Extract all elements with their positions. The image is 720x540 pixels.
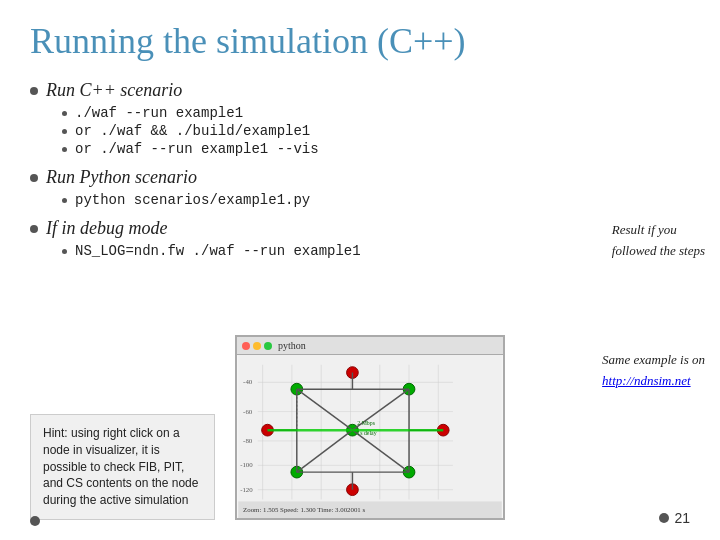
code-item: python scenarios/example1.py — [75, 192, 310, 208]
page-number-area: 21 — [659, 510, 690, 526]
sim-content: 20 40 60 80 100 120 140 -40 -60 -80 -100… — [237, 355, 503, 518]
svg-text:-40: -40 — [243, 378, 253, 385]
sub-items-python: python scenarios/example1.py — [62, 192, 690, 208]
list-item: or ./waf && ./build/example1 — [62, 123, 690, 139]
code-item: NS_LOG=ndn.fw ./waf --run example1 — [75, 243, 361, 259]
bullet-debug — [30, 225, 38, 233]
sub-bullet — [62, 249, 67, 254]
code-item: or ./waf && ./build/example1 — [75, 123, 310, 139]
code-item: ./waf --run example1 — [75, 105, 243, 121]
svg-rect-0 — [238, 355, 502, 518]
sim-window: python 20 40 60 80 100 120 140 — [235, 335, 505, 520]
svg-text:2 Mbps: 2 Mbps — [357, 420, 375, 426]
simulation-screenshot: python 20 40 60 80 100 120 140 — [235, 335, 505, 520]
section-cpp-label: Run C++ scenario — [46, 80, 182, 101]
bottom-left-dot — [30, 516, 40, 526]
bullet-cpp — [30, 87, 38, 95]
hint-box: Hint: using right click on a node in vis… — [30, 414, 215, 520]
section-cpp: Run C++ scenario ./waf --run example1 or… — [30, 80, 690, 157]
list-item: ./waf --run example1 — [62, 105, 690, 121]
section-python-label: Run Python scenario — [46, 167, 197, 188]
svg-text:Zoom: 1.505  Speed: 1.300  Tim: Zoom: 1.505 Speed: 1.300 Time: 3.002001 … — [243, 506, 365, 513]
titlebar-dots — [242, 342, 272, 350]
svg-text:-100: -100 — [240, 461, 253, 468]
result-text: Result if youfollowed the steps — [612, 220, 705, 262]
svg-text:-60: -60 — [243, 408, 253, 415]
bottom-area: Hint: using right click on a node in vis… — [0, 335, 720, 520]
sub-items-cpp: ./waf --run example1 or ./waf && ./build… — [62, 105, 690, 157]
svg-text:-80: -80 — [243, 437, 253, 444]
list-item: or ./waf --run example1 --vis — [62, 141, 690, 157]
section-python: Run Python scenario python scenarios/exa… — [30, 167, 690, 208]
section-debug-header: If in debug mode — [30, 218, 690, 239]
content-area: Run C++ scenario ./waf --run example1 or… — [30, 80, 690, 269]
slide-page: Running the simulation (C++) Run C++ sce… — [0, 0, 720, 540]
sub-bullet — [62, 147, 67, 152]
section-debug-label: If in debug mode — [46, 218, 167, 239]
minimize-dot — [253, 342, 261, 350]
hint-text: Hint: using right click on a node in vis… — [43, 426, 198, 507]
slide-title: Running the simulation (C++) — [30, 20, 690, 62]
section-cpp-header: Run C++ scenario — [30, 80, 690, 101]
section-python-header: Run Python scenario — [30, 167, 690, 188]
sub-items-debug: NS_LOG=ndn.fw ./waf --run example1 — [62, 243, 690, 259]
page-dot — [659, 513, 669, 523]
result-label: Result if youfollowed the steps — [612, 222, 705, 258]
bullet-python — [30, 174, 38, 182]
list-item: NS_LOG=ndn.fw ./waf --run example1 — [62, 243, 690, 259]
section-debug: If in debug mode NS_LOG=ndn.fw ./waf --r… — [30, 218, 690, 259]
maximize-dot — [264, 342, 272, 350]
close-dot — [242, 342, 250, 350]
list-item: python scenarios/example1.py — [62, 192, 690, 208]
sub-bullet — [62, 198, 67, 203]
titlebar-label: python — [278, 340, 306, 351]
sim-svg: 20 40 60 80 100 120 140 -40 -60 -80 -100… — [237, 355, 503, 518]
sub-bullet — [62, 129, 67, 134]
sim-titlebar: python — [237, 337, 503, 355]
svg-text:-120: -120 — [240, 486, 253, 493]
page-number: 21 — [674, 510, 690, 526]
svg-text:1s delay: 1s delay — [357, 430, 376, 436]
code-item: or ./waf --run example1 --vis — [75, 141, 319, 157]
sub-bullet — [62, 111, 67, 116]
